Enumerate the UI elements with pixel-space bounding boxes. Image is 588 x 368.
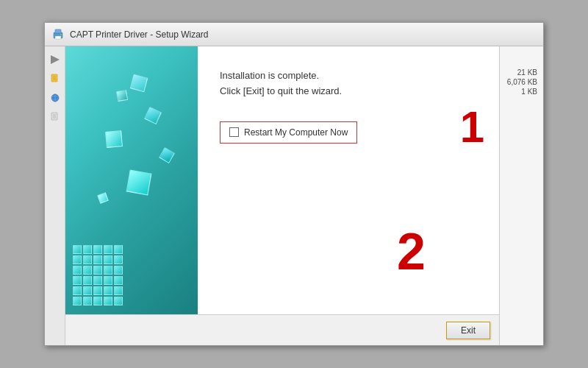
left-sidebar	[45, 46, 65, 345]
svg-marker-4	[51, 55, 60, 64]
window-title: CAPT Printer Driver - Setup Wizard	[70, 29, 209, 40]
wizard-image	[65, 46, 198, 314]
wizard-content: Installation is complete. Click [Exit] t…	[65, 46, 499, 314]
wizard-text-area: Installation is complete. Click [Exit] t…	[198, 46, 499, 314]
bottom-bar: Exit	[65, 314, 499, 345]
cube-grid	[73, 245, 123, 307]
restart-checkbox-container[interactable]: Restart My Computer Now	[220, 121, 357, 144]
globe-sidebar-icon[interactable]	[48, 91, 62, 105]
step2-annotation: 2	[397, 226, 426, 277]
arrow-sidebar-icon[interactable]	[48, 52, 62, 67]
restart-checkbox-label[interactable]: Restart My Computer Now	[244, 127, 348, 138]
wizard-window: CAPT Printer Driver - Setup Wizard	[44, 22, 544, 346]
step1-annotation: 1	[460, 105, 484, 149]
file-size-3: 1 KB	[503, 88, 540, 96]
svg-point-3	[60, 34, 62, 35]
printer-icon	[52, 29, 64, 40]
document2-sidebar-icon[interactable]	[48, 110, 62, 124]
main-content: Installation is complete. Click [Exit] t…	[65, 46, 499, 345]
right-panel: 21 KB 6,076 KB 1 KB	[499, 46, 543, 345]
file-size-2: 6,076 KB	[503, 78, 540, 86]
window-body: Installation is complete. Click [Exit] t…	[45, 46, 543, 345]
install-line2: Click [Exit] to quit the wizard.	[220, 84, 477, 99]
install-line1: Installation is complete.	[220, 68, 477, 84]
restart-checkbox[interactable]	[229, 127, 239, 137]
title-bar: CAPT Printer Driver - Setup Wizard	[45, 23, 543, 46]
file-size-1: 21 KB	[503, 68, 540, 77]
exit-button[interactable]: Exit	[446, 322, 490, 339]
svg-rect-1	[55, 29, 61, 33]
svg-rect-2	[55, 36, 61, 39]
install-complete-text: Installation is complete. Click [Exit] t…	[220, 68, 477, 99]
document-sidebar-icon[interactable]	[48, 71, 62, 86]
